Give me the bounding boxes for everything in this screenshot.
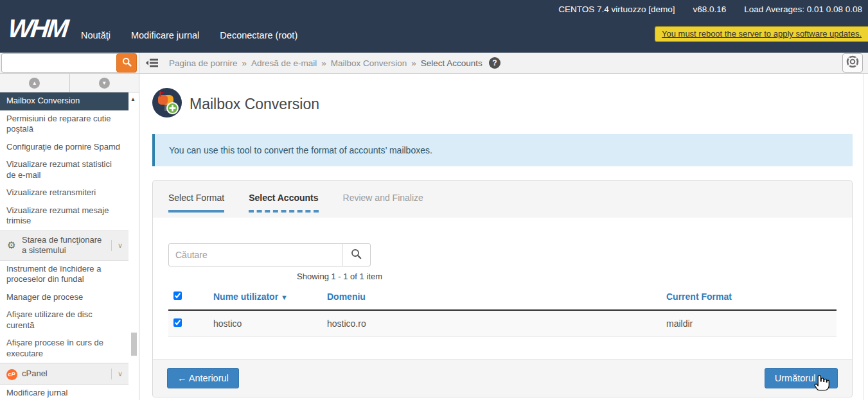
system-info: CENTOS 7.4 virtuozzo [demo] v68.0.16 Loa… xyxy=(558,4,862,14)
cell-domain: hostico.ro xyxy=(322,310,661,337)
breadcrumb-email[interactable]: Adresă de e-mail xyxy=(251,58,317,68)
cell-username: hostico xyxy=(208,310,322,337)
search-icon xyxy=(122,57,132,69)
column-header-username[interactable]: Nume utilizator ▼ xyxy=(213,291,288,302)
chevron-down-icon[interactable]: ∨ xyxy=(111,240,128,251)
sidebar-item-disk-usage[interactable]: Afişare utilizare de disc curentă xyxy=(0,306,128,335)
system-version: v68.0.16 xyxy=(693,4,727,14)
info-message: You can use this tool to convert the for… xyxy=(169,145,432,155)
sidebar-item-mailbox-conversion[interactable]: Mailbox Conversion xyxy=(0,92,128,110)
collapse-sidebar-icon[interactable] xyxy=(145,58,159,68)
life-ring-icon xyxy=(846,55,860,71)
accounts-table: Nume utilizator ▼ Domeniu Current Format… xyxy=(168,286,837,337)
cell-current-format: maildir xyxy=(661,310,837,337)
cpanel-icon: cP xyxy=(5,367,18,380)
wizard-card: Select Format Select Accounts Review and… xyxy=(152,180,853,397)
tab-select-accounts[interactable]: Select Accounts xyxy=(249,193,318,213)
system-load: Load Averages: 0.01 0.08 0.08 xyxy=(744,4,862,14)
sidebar-item-spamd-config[interactable]: Configuraţie de pornire Spamd xyxy=(0,139,128,157)
sidebar-item-kill-background-processes[interactable]: Instrument de închidere a proceselor din… xyxy=(0,261,128,289)
sidebar-item-mailbox-permissions[interactable]: Permisiuni de reparare cutie poştală xyxy=(0,110,128,139)
table-row: hostico hostico.ro maildir xyxy=(168,310,837,337)
breadcrumb-separator: » xyxy=(411,58,416,68)
breadcrumb-mailbox-conversion[interactable]: Mailbox Conversion xyxy=(331,58,407,68)
table-header-row: Nume utilizator ▼ Domeniu Current Format xyxy=(168,286,837,310)
column-header-current-format[interactable]: Current Format xyxy=(666,291,732,302)
page-title: Mailbox Conversion xyxy=(190,96,319,113)
breadcrumb-home[interactable]: Pagina de pornire xyxy=(169,58,238,68)
sidebar-item-change-log[interactable]: Modificare jurnal xyxy=(0,385,128,400)
row-select-checkbox[interactable] xyxy=(173,318,182,327)
info-callout: You can use this tool to convert the for… xyxy=(152,134,853,166)
nav-logout[interactable]: Deconectare (root) xyxy=(220,30,297,40)
gear-icon: ⚙ xyxy=(5,239,18,251)
table-search-button[interactable] xyxy=(342,243,371,266)
sort-desc-icon: ▼ xyxy=(281,293,288,301)
tab-select-format[interactable]: Select Format xyxy=(168,193,224,213)
sidebar-item-running-processes[interactable]: Afişare procese în curs de executare xyxy=(0,335,128,363)
sidebar-search-area xyxy=(0,53,139,73)
whm-logo[interactable]: WHM xyxy=(7,14,69,43)
nav-news[interactable]: Noutăţi xyxy=(81,30,111,40)
select-all-checkbox[interactable] xyxy=(173,291,182,300)
sidebar-pager: ▲ ▼ xyxy=(0,74,139,92)
sidebar-search-button[interactable] xyxy=(116,53,137,73)
chevron-down-icon[interactable]: ∨ xyxy=(111,369,128,379)
help-icon[interactable]: ? xyxy=(489,57,500,69)
sidebar-item-view-relayers[interactable]: Vizualizare retransmiteri xyxy=(0,184,128,202)
breadcrumb-separator: » xyxy=(321,58,326,68)
sidebar-section-system-health[interactable]: ⚙ Starea de funcţionare a sistemului ∨ xyxy=(0,230,128,261)
up-arrow-icon: ▲ xyxy=(29,78,40,89)
wizard-tabs: Select Format Select Accounts Review and… xyxy=(153,181,852,218)
breadcrumb-separator: » xyxy=(242,58,247,68)
wizard-footer: ← Anteriorul Următorul → xyxy=(153,359,852,397)
sidebar-section-cpanel[interactable]: cP cPanel ∨ xyxy=(0,363,128,385)
breadcrumb-current: Select Accounts xyxy=(421,58,483,68)
table-search-row xyxy=(168,243,837,266)
scrollbar-up-icon[interactable]: ▲ xyxy=(130,96,136,102)
column-header-domain[interactable]: Domeniu xyxy=(327,291,366,302)
mailbox-conversion-icon xyxy=(152,88,182,120)
sidebar-menu: Mailbox Conversion Permisiuni de reparar… xyxy=(0,92,139,400)
nav-change-log[interactable]: Modificare jurnal xyxy=(131,30,199,40)
sidebar-item-sent-summary[interactable]: Vizualizare rezumat mesaje trimise xyxy=(0,202,128,230)
next-button[interactable]: Următorul → xyxy=(765,368,838,388)
sidebar-item-mail-statistics[interactable]: Vizualizare rezumat statistici de e-mail xyxy=(0,156,128,184)
breadcrumb-bar: Pagina de pornire » Adresă de e-mail » M… xyxy=(0,53,868,74)
breadcrumb-area: Pagina de pornire » Adresă de e-mail » M… xyxy=(139,53,868,73)
system-os: CENTOS 7.4 virtuozzo [demo] xyxy=(558,4,675,14)
reboot-warning-link[interactable]: You must reboot the server to apply soft… xyxy=(655,26,868,42)
main-content: Mailbox Conversion You can use this tool… xyxy=(139,74,868,400)
support-button[interactable] xyxy=(842,53,863,73)
page-header: Mailbox Conversion xyxy=(152,88,868,120)
table-search-input[interactable] xyxy=(168,243,342,266)
top-navigation: Noutăţi Modificare jurnal Deconectare (r… xyxy=(81,30,297,40)
down-arrow-icon: ▼ xyxy=(99,78,110,89)
wizard-body: Showing 1 - 1 of 1 item Nume utilizator … xyxy=(153,218,852,359)
top-header-bar: CENTOS 7.4 virtuozzo [demo] v68.0.16 Loa… xyxy=(0,0,868,53)
sidebar-scrollbar-thumb[interactable] xyxy=(131,333,137,356)
sidebar: ▲ ▼ Mailbox Conversion Permisiuni de rep… xyxy=(0,74,139,400)
previous-button[interactable]: ← Anteriorul xyxy=(167,368,239,388)
breadcrumb: Pagina de pornire » Adresă de e-mail » M… xyxy=(169,57,500,69)
sidebar-scroll-up-button[interactable]: ▲ xyxy=(0,74,70,92)
sidebar-scroll-down-button[interactable]: ▼ xyxy=(70,74,139,92)
content-scrollbar-track[interactable] xyxy=(863,74,864,400)
sidebar-item-process-manager[interactable]: Manager de procese xyxy=(0,289,128,307)
pagination-status: Showing 1 - 1 of 1 item xyxy=(297,272,837,281)
search-icon xyxy=(351,248,362,262)
tab-review-finalize[interactable]: Review and Finalize xyxy=(343,193,423,213)
